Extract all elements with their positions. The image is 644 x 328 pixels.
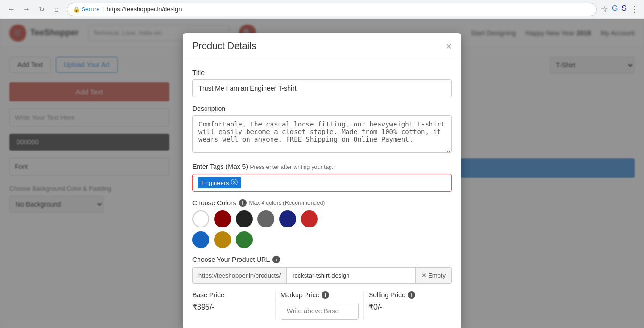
tags-group: Enter Tags (Max 5) Press enter after wri… [192,162,452,192]
extension-icon-1: G [612,4,618,15]
modal-swatch-blue[interactable] [192,231,209,248]
url-prefix: https://teeshopper.in/products/ [192,267,286,284]
forward-button[interactable]: → [20,3,33,16]
browser-chrome: ← → ↻ ⌂ 🔒 Secure | https://teeshopper.in… [0,0,644,19]
modal-swatch-gray[interactable] [257,210,274,227]
lock-icon: 🔒 [73,6,80,13]
browser-icons: ☆ G S ⋮ [601,4,639,15]
url-text: https://teeshopper.in/design [107,6,182,13]
url-divider: | [102,6,104,13]
tags-input-wrapper[interactable]: Engineers ⓧ [192,174,452,192]
tags-hint: Press enter after writing your tag. [250,164,333,170]
modal-color-swatches-row2 [192,231,452,248]
back-button[interactable]: ← [5,3,18,16]
bookmark-icon[interactable]: ☆ [601,4,608,15]
description-group: Description Comfortable, the casual loos… [192,105,452,155]
url-slug-input[interactable] [286,267,415,284]
selling-info-icon: i [408,291,415,299]
url-empty-button[interactable]: ✕ Empty [416,267,452,284]
selling-price-value: ₹0/- [369,303,447,311]
colors-hint: Max 4 colors (Recommended) [249,200,325,206]
nav-buttons: ← → ↻ ⌂ [5,3,63,16]
title-input[interactable] [192,79,452,97]
modal-swatch-red[interactable] [301,210,318,227]
description-textarea[interactable]: Comfortable, the casual loose fitting, o… [192,115,452,153]
base-price-label: Base Price [192,291,271,299]
refresh-button[interactable]: ↻ [35,3,48,16]
base-price-value: ₹395/- [192,303,271,311]
tag-chip-engineers: Engineers ⓧ [198,177,241,188]
tag-label: Engineers [201,179,229,186]
modal-body: Title Description Comfortable, the casua… [183,59,461,328]
base-price-col: Base Price ₹395/- [192,291,275,311]
colors-label: Choose Colors i Max 4 colors (Recommende… [192,199,452,207]
home-button[interactable]: ⌂ [50,3,63,16]
url-row: https://teeshopper.in/products/ ✕ Empty [192,267,452,284]
tags-header: Enter Tags (Max 5) Press enter after wri… [192,162,452,171]
modal-swatch-darkred[interactable] [214,210,231,227]
markup-input[interactable] [281,303,359,320]
site-background: 🛒 TeeShopper 🔍 Start Designing Happy New… [0,19,644,328]
modal-swatch-white[interactable] [192,210,209,227]
modal-overlay: Product Details × Title Description Comf… [0,19,644,328]
tag-remove-icon[interactable]: ⓧ [231,178,238,187]
pricing-row: Base Price ₹395/- Markup Price i [192,291,452,320]
modal-header: Product Details × [183,33,461,59]
markup-info-icon: i [322,291,329,299]
modal-swatch-navy[interactable] [279,210,296,227]
colors-info-icon: i [239,199,247,207]
secure-badge: 🔒 Secure [73,6,99,13]
markup-price-col: Markup Price i [276,291,363,320]
title-label: Title [192,69,452,76]
modal-swatch-black[interactable] [236,210,253,227]
url-label: Choose Your Product URL i [192,256,452,263]
title-group: Title [192,69,452,97]
tags-label: Enter Tags (Max 5) [192,163,248,170]
url-section: Choose Your Product URL i https://teesho… [192,256,452,284]
url-info-icon: i [272,256,280,263]
colors-section: Choose Colors i Max 4 colors (Recommende… [192,199,452,248]
extension-icon-2: S [621,4,627,15]
description-label: Description [192,105,452,112]
menu-icon[interactable]: ⋮ [630,4,639,15]
address-bar[interactable]: 🔒 Secure | https://teeshopper.in/design [67,3,597,16]
modal-close-button[interactable]: × [446,42,452,51]
product-details-modal: Product Details × Title Description Comf… [183,33,461,328]
modal-title: Product Details [192,41,256,51]
modal-swatch-yellow[interactable] [214,231,231,248]
markup-price-label: Markup Price i [281,291,359,299]
selling-price-col: Selling Price i ₹0/- [364,291,452,311]
selling-price-label: Selling Price i [369,291,447,299]
modal-color-swatches [192,210,452,227]
modal-swatch-green[interactable] [236,231,253,248]
